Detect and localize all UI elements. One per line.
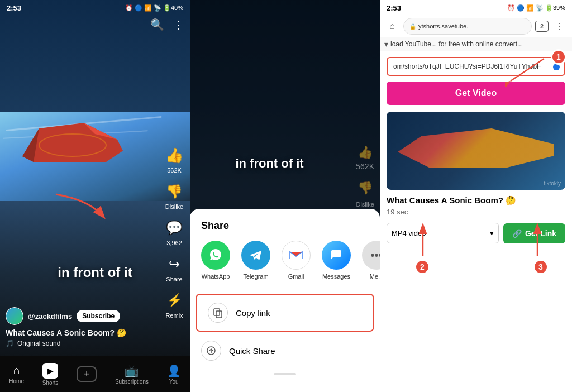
share-screen: in front of it 👍 562K 👎 Dislike Share <box>190 0 380 392</box>
messages-icon[interactable] <box>322 241 351 270</box>
top-icons[interactable]: 🔍 ⋮ <box>150 18 184 31</box>
signal-icon: 📡 <box>154 4 161 12</box>
b-wifi-icon: 📶 <box>526 4 534 12</box>
thumbnail-watermark: tiktokly <box>544 180 561 187</box>
nav-home-label: Home <box>9 378 24 384</box>
bg-video-content: in front of it <box>190 156 349 171</box>
more-label: Me... <box>370 273 380 280</box>
nav-subscriptions[interactable]: 📺 Subscriptions <box>115 364 149 385</box>
share-apps-row: WhatsApp Telegram <box>190 241 380 291</box>
shorts-icon: ▶ <box>42 363 58 379</box>
browser-status-time: 2:53 <box>387 4 401 12</box>
thumbs-up-icon[interactable]: 👍 <box>164 145 184 165</box>
gmail-icon[interactable] <box>282 241 311 270</box>
share-gmail[interactable]: Gmail <box>282 241 311 280</box>
quick-share-icon <box>201 341 221 361</box>
b-signal-icon: 📡 <box>536 4 544 12</box>
home-browser-btn[interactable]: ⌂ <box>384 18 400 34</box>
home-icon: ⌂ <box>13 364 20 377</box>
panel-youtube-shorts: 2:53 ⏰ 🔵 📶 📡 🔋40% 🔍 ⋮ 👍 562K 👎 Dislike <box>0 0 190 392</box>
annotations-arrows <box>387 214 565 259</box>
alarm-icon: ⏰ <box>125 4 133 12</box>
status-icons: ⏰ 🔵 📶 📡 🔋40% <box>125 4 183 12</box>
browser-content: 1 om/shorts/oTqJf_EUCHU?si=PDJ6f1RlYuTYh… <box>380 51 572 392</box>
comment-action[interactable]: 💬 3,962 <box>164 218 184 246</box>
svg-rect-6 <box>216 311 222 318</box>
b-bt-icon: 🔵 <box>517 4 525 12</box>
annotation-3: 3 <box>533 259 549 275</box>
comment-icon[interactable]: 💬 <box>164 218 184 238</box>
bluetooth-icon: 🔵 <box>135 4 142 12</box>
avatar <box>6 307 23 325</box>
copy-link-label: Copy link <box>236 308 270 318</box>
channel-row: @zackdfilms Subscribe <box>6 307 156 325</box>
video-meta-title: What Causes A Sonic Boom? 🤔 <box>387 195 565 205</box>
share-sheet: Share WhatsApp <box>190 209 380 392</box>
browser-status-icons: ⏰ 🔵 📶 📡 🔋39% <box>507 4 565 12</box>
thumbnail-spaceship <box>398 128 554 168</box>
nav-add[interactable]: + <box>77 366 97 382</box>
whatsapp-icon[interactable] <box>201 241 230 270</box>
thumbs-down-icon[interactable]: 👎 <box>164 181 184 202</box>
more-options-icon[interactable]: ⋮ <box>173 18 184 31</box>
nav-subscriptions-label: Subscriptions <box>115 379 149 385</box>
browser-screen: 2:53 ⏰ 🔵 📶 📡 🔋39% ⌂ 🔒 ytshorts.savetube.… <box>380 0 572 392</box>
svg-rect-7 <box>214 309 220 315</box>
browser-more-icon[interactable]: ⋮ <box>552 18 568 34</box>
remix-icon[interactable]: ⚡ <box>164 290 184 310</box>
lock-icon: 🔒 <box>409 23 416 30</box>
url-bar[interactable]: 🔒 ytshorts.savetube. <box>403 18 532 35</box>
get-video-button[interactable]: Get Video <box>387 82 565 105</box>
more-icon[interactable]: ••• <box>362 241 380 270</box>
nav-home[interactable]: ⌂ Home <box>9 364 24 384</box>
url-text: ytshorts.savetube. <box>418 23 468 30</box>
copy-link-icon <box>208 303 228 323</box>
b-alarm-icon: ⏰ <box>507 4 515 12</box>
music-icon: 🎵 <box>6 340 14 347</box>
nav-shorts-label: Shorts <box>42 380 59 386</box>
tab-banner-text: load YouTube... for free with online con… <box>390 40 523 48</box>
sound-label: Original sound <box>17 340 60 347</box>
panel-browser: 2:53 ⏰ 🔵 📶 📡 🔋39% ⌂ 🔒 ytshorts.savetube.… <box>380 0 572 392</box>
bottom-nav: ⌂ Home ▶ Shorts + 📺 Subscriptions 👤 You <box>0 356 190 392</box>
telegram-label: Telegram <box>243 273 268 280</box>
telegram-icon[interactable] <box>241 241 270 270</box>
browser-status-bar: 2:53 ⏰ 🔵 📶 📡 🔋39% <box>380 0 572 16</box>
battery-icon: 🔋40% <box>163 4 183 12</box>
search-icon[interactable]: 🔍 <box>150 18 164 31</box>
video-title: What Causes A Sonic Boom? 🤔 <box>6 328 156 337</box>
dislike-label: Dislike <box>165 203 183 210</box>
subscriptions-icon: 📺 <box>125 364 139 377</box>
nav-shorts[interactable]: ▶ Shorts <box>42 363 59 386</box>
share-telegram[interactable]: Telegram <box>241 241 270 280</box>
gmail-label: Gmail <box>288 273 304 280</box>
url-input-box[interactable]: om/shorts/oTqJf_EUCHU?si=PDJ6f1RlYuTYhJb… <box>387 57 565 76</box>
bottom-info: @zackdfilms Subscribe What Causes A Soni… <box>6 307 156 347</box>
url-input-text: om/shorts/oTqJf_EUCHU?si=PDJ6f1RlYuTYhJb… <box>393 63 559 70</box>
nav-you[interactable]: 👤 You <box>167 364 181 385</box>
share-messages[interactable]: Messages <box>322 241 351 280</box>
browser-toolbar: ⌂ 🔒 ytshorts.savetube. 2 ⋮ <box>380 16 572 37</box>
copy-link-option[interactable]: Copy link <box>197 295 373 331</box>
quick-share-label: Quick Share <box>229 346 275 356</box>
quick-share-option[interactable]: Quick Share <box>190 333 380 369</box>
dislike-action[interactable]: 👎 Dislike <box>164 181 184 210</box>
channel-name[interactable]: @zackdfilms <box>28 312 72 321</box>
tab-chevron-icon: ▾ <box>384 40 388 49</box>
annotations-row: 2 3 <box>387 248 565 281</box>
add-icon: + <box>77 366 97 382</box>
nav-you-label: You <box>169 379 179 385</box>
panel-share: in front of it 👍 562K 👎 Dislike Share <box>190 0 380 392</box>
you-icon: 👤 <box>167 364 181 377</box>
tab-count[interactable]: 2 <box>535 21 549 32</box>
like-action[interactable]: 👍 562K <box>164 145 184 174</box>
subscribe-button[interactable]: Subscribe <box>77 310 120 322</box>
share-whatsapp[interactable]: WhatsApp <box>201 241 230 280</box>
like-count: 562K <box>167 167 182 174</box>
copy-link-option-highlighted: Copy link <box>196 294 374 332</box>
sound-row: 🎵 Original sound <box>6 340 156 347</box>
share-more[interactable]: ••• Me... <box>362 241 380 280</box>
remix-action[interactable]: ⚡ Remix <box>164 290 184 319</box>
annotation-2: 2 <box>414 259 430 275</box>
red-arrow-indicator <box>45 189 112 236</box>
